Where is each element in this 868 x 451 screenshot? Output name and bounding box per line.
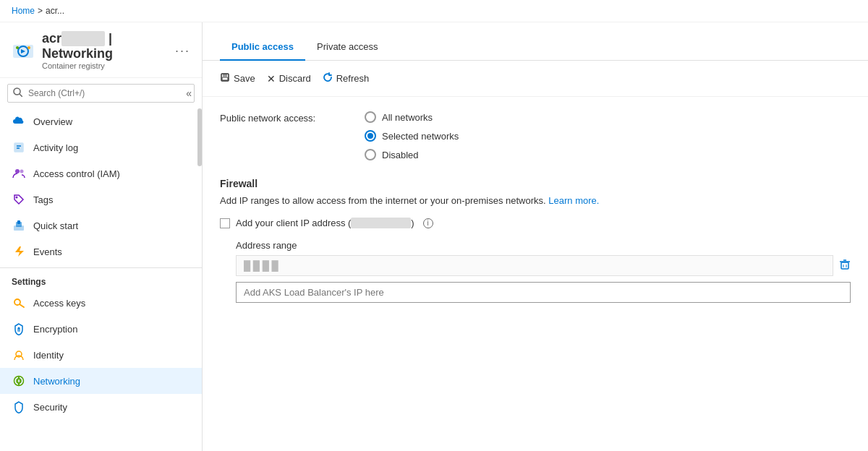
activity-log-label: Activity log: [33, 142, 78, 153]
collapse-sidebar-button[interactable]: «: [186, 87, 192, 99]
sidebar-item-encryption[interactable]: Encryption: [0, 316, 202, 342]
save-label: Save: [234, 73, 255, 84]
radio-circle-disabled: [365, 149, 376, 160]
bolt-icon: [12, 244, 26, 259]
svg-line-16: [20, 304, 24, 307]
delete-ip-button[interactable]: [839, 259, 851, 273]
client-ip-row: Add your client IP address (█████████) i: [220, 218, 851, 228]
nav-menu: Overview Activity log: [0, 108, 202, 265]
networking-icon: [12, 374, 26, 388]
aks-input-row: [236, 282, 851, 303]
search-icon: [13, 87, 22, 99]
cloud-icon: [12, 114, 26, 129]
networking-label: Networking: [33, 376, 80, 387]
firewall-section: Firewall Add IP ranges to allow access f…: [220, 178, 851, 303]
save-icon: [220, 72, 230, 85]
main-content: Public access Private access Save ✕ Disc…: [203, 22, 868, 451]
breadcrumb: Home > acr...: [0, 0, 868, 22]
sidebar-item-security[interactable]: Security: [0, 394, 202, 420]
tag-icon: [12, 192, 26, 207]
quickstart-icon: [12, 218, 26, 233]
sidebar-item-quick-start[interactable]: Quick start: [0, 212, 202, 239]
sidebar-item-access-keys[interactable]: Access keys: [0, 290, 202, 316]
sidebar-item-networking[interactable]: Networking: [0, 368, 202, 394]
resource-subtitle: Container registry: [42, 61, 168, 70]
info-icon[interactable]: i: [423, 218, 433, 228]
toolbar: Save ✕ Discard Refresh: [203, 61, 868, 97]
resource-title: acr███ | Networking: [42, 31, 168, 61]
sidebar-item-activity-log[interactable]: Activity log: [0, 134, 202, 160]
tab-private-access[interactable]: Private access: [305, 34, 390, 61]
firewall-title: Firewall: [220, 178, 851, 189]
resource-header: acr███ | Networking Container registry ·…: [0, 22, 202, 78]
radio-group-network: All networks Selected networks Disabled: [365, 111, 459, 160]
radio-option-all-networks[interactable]: All networks: [365, 111, 459, 123]
radio-circle-all: [365, 111, 376, 123]
discard-label: Discard: [279, 73, 311, 84]
svg-point-10: [20, 170, 24, 173]
content-body: Public network access: All networks Sele…: [203, 97, 868, 317]
sidebar-item-access-control[interactable]: Access control (IAM): [0, 160, 202, 186]
svg-rect-23: [223, 74, 227, 77]
svg-point-20: [17, 379, 21, 383]
more-options-button[interactable]: ···: [175, 43, 190, 59]
svg-point-9: [15, 169, 20, 173]
radio-label-all: All networks: [382, 112, 433, 123]
firewall-desc: Add IP ranges to allow access from the i…: [220, 195, 851, 206]
settings-menu: Access keys Encryption: [0, 290, 202, 420]
sidebar-item-tags[interactable]: Tags: [0, 186, 202, 212]
radio-label-selected: Selected networks: [382, 131, 459, 142]
tags-label: Tags: [33, 194, 53, 205]
radio-option-disabled[interactable]: Disabled: [365, 149, 459, 160]
client-ip-label: Add your client IP address (█████████): [236, 218, 414, 228]
network-access-label: Public network access:: [220, 111, 336, 124]
sidebar-search-area: «: [0, 78, 202, 108]
tab-bar: Public access Private access: [203, 34, 868, 61]
svg-rect-25: [841, 262, 848, 269]
resource-name-area: acr███ | Networking Container registry: [42, 31, 168, 70]
sidebar-item-overview[interactable]: Overview: [0, 108, 202, 134]
tab-public-access[interactable]: Public access: [220, 34, 305, 61]
aks-ip-input[interactable]: [236, 282, 851, 303]
security-icon: [12, 400, 26, 414]
activity-log-icon: [12, 140, 26, 155]
svg-point-21: [14, 377, 24, 386]
discard-icon: ✕: [267, 73, 276, 85]
client-ip-value: █████████: [351, 218, 411, 228]
ip-value-display: █ █ █ █: [236, 255, 833, 276]
sidebar-item-identity[interactable]: Identity: [0, 342, 202, 368]
access-keys-label: Access keys: [33, 298, 85, 309]
address-range-label: Address range: [236, 240, 851, 251]
breadcrumb-separator: >: [38, 6, 43, 16]
network-access-section: Public network access: All networks Sele…: [220, 111, 851, 160]
svg-rect-6: [14, 143, 23, 152]
breadcrumb-resource: acr...: [46, 6, 64, 16]
key-icon: [12, 296, 26, 310]
learn-more-link[interactable]: Learn more.: [548, 195, 599, 206]
svg-point-11: [16, 197, 18, 199]
sidebar-item-events[interactable]: Events: [0, 239, 202, 265]
resource-icon: [12, 39, 35, 62]
client-ip-checkbox[interactable]: [220, 218, 230, 228]
sidebar-scrollbar[interactable]: [197, 108, 202, 166]
svg-point-4: [14, 88, 20, 95]
radio-option-selected-networks[interactable]: Selected networks: [365, 130, 459, 142]
refresh-icon: [323, 72, 333, 85]
sidebar: acr███ | Networking Container registry ·…: [0, 22, 203, 451]
refresh-button[interactable]: Refresh: [323, 69, 370, 87]
svg-point-2: [16, 46, 19, 49]
events-label: Events: [33, 246, 62, 257]
refresh-label: Refresh: [336, 73, 370, 84]
settings-section-label: Settings: [0, 267, 202, 290]
people-icon: [12, 166, 26, 181]
svg-point-18: [18, 327, 20, 330]
access-control-label: Access control (IAM): [33, 168, 120, 179]
search-input[interactable]: [7, 84, 195, 103]
breadcrumb-home[interactable]: Home: [12, 6, 35, 16]
radio-circle-selected: [365, 130, 376, 142]
encryption-icon: [12, 322, 26, 336]
security-label: Security: [33, 402, 67, 413]
discard-button[interactable]: ✕ Discard: [267, 70, 311, 87]
save-button[interactable]: Save: [220, 69, 255, 87]
quick-start-label: Quick start: [33, 220, 78, 231]
